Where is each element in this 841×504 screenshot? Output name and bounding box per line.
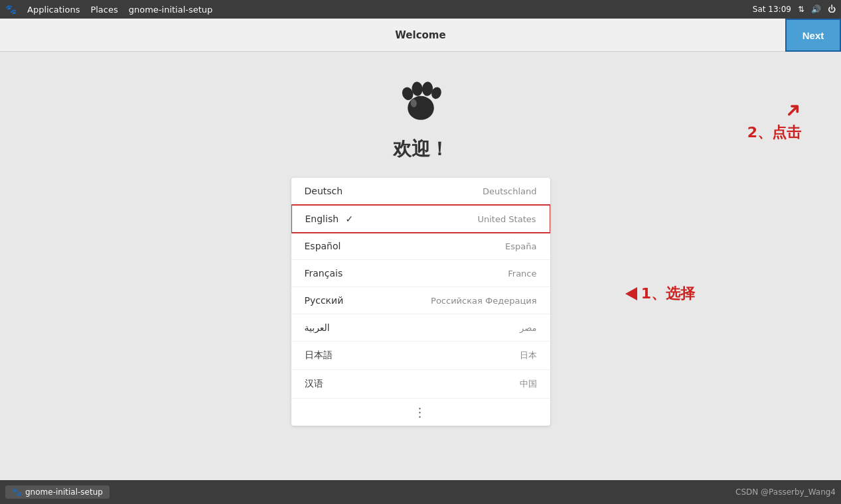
list-item[interactable]: العربية مصر <box>291 314 550 342</box>
title-bar: Welcome Next <box>0 19 841 52</box>
lang-name-russian: Русский <box>305 295 344 306</box>
lang-region-arabic: مصر <box>520 323 536 333</box>
app-name-menu[interactable]: gnome-initial-setup <box>129 5 213 15</box>
arrow-left-icon <box>625 287 637 300</box>
list-item[interactable]: 日本語 日本 <box>291 342 550 370</box>
gnome-foot-icon: 🐾 <box>5 4 17 15</box>
lang-name-japanese: 日本語 <box>305 349 333 361</box>
network-icon: ⇅ <box>798 5 804 14</box>
top-bar-left: 🐾 Applications Places gnome-initial-setu… <box>5 4 212 15</box>
watermark: CSDN @Passerby_Wang4 <box>735 487 836 497</box>
lang-region-english: United States <box>477 214 536 224</box>
window-title: Welcome <box>395 29 445 41</box>
taskbar-app-icon: 🐾 <box>12 487 22 497</box>
annotation-1-text: 1、选择 <box>641 284 695 304</box>
list-item[interactable]: 汉语 中国 <box>291 370 550 399</box>
lang-region-francais: France <box>508 269 536 279</box>
lang-name-francais: Français <box>305 268 343 279</box>
list-item[interactable]: Deutsch Deutschland <box>291 178 550 205</box>
lang-name-espanol: Español <box>305 241 341 251</box>
gnome-logo <box>391 65 451 127</box>
lang-name-english: English ✓ <box>305 214 354 224</box>
lang-name-deutsch: Deutsch <box>305 186 343 196</box>
list-item[interactable]: Español España <box>291 233 550 260</box>
svg-point-0 <box>408 96 434 120</box>
top-bar-right: Sat 13:09 ⇅ 🔊 ⏻ <box>753 5 836 14</box>
lang-region-japanese: 日本 <box>520 349 537 361</box>
lang-region-deutsch: Deutschland <box>483 186 537 196</box>
language-list: Deutsch Deutschland English ✓ United Sta… <box>291 178 550 426</box>
applications-menu[interactable]: Applications <box>27 5 80 15</box>
annotation-2-text: 2、点击 <box>747 123 801 143</box>
bottom-bar: 🐾 gnome-initial-setup CSDN @Passerby_Wan… <box>0 480 841 504</box>
list-item[interactable]: Français France <box>291 260 550 287</box>
top-bar: 🐾 Applications Places gnome-initial-setu… <box>0 0 841 19</box>
more-button[interactable]: ⋮ <box>291 399 550 426</box>
list-item[interactable]: Русский Российская Федерация <box>291 287 550 314</box>
lang-name-chinese: 汉语 <box>305 378 323 390</box>
main-content: 欢迎！ Deutsch Deutschland English ✓ United… <box>0 52 841 480</box>
bottom-left: 🐾 gnome-initial-setup <box>5 485 110 499</box>
clock: Sat 13:09 <box>753 5 791 14</box>
welcome-heading: 欢迎！ <box>393 137 449 162</box>
annotation-2: ➜ 2、点击 <box>747 98 801 143</box>
lang-region-espanol: España <box>505 241 536 251</box>
taskbar-app[interactable]: 🐾 gnome-initial-setup <box>5 485 110 499</box>
lang-region-chinese: 中国 <box>520 378 537 390</box>
arrow-up-right-icon: ➜ <box>779 95 807 124</box>
lang-name-arabic: العربية <box>305 322 330 333</box>
annotation-1: 1、选择 <box>625 284 695 304</box>
list-item-selected[interactable]: English ✓ United States <box>291 204 550 233</box>
next-button[interactable]: Next <box>785 19 841 52</box>
taskbar-app-label: gnome-initial-setup <box>25 487 103 497</box>
places-menu[interactable]: Places <box>90 5 117 15</box>
lang-region-russian: Российская Федерация <box>431 296 536 306</box>
power-icon[interactable]: ⏻ <box>828 5 836 14</box>
selected-checkmark: ✓ <box>346 214 354 224</box>
volume-icon: 🔊 <box>811 5 821 14</box>
